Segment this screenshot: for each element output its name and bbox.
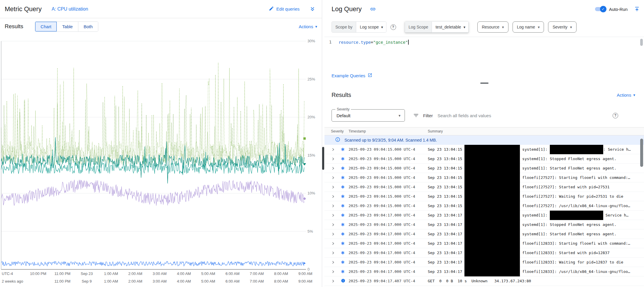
log-name-filter-dropdown[interactable]: Log name ▾ xyxy=(513,21,544,33)
horizontal-resize-handle[interactable] xyxy=(480,83,489,84)
redacted-block xyxy=(464,248,520,258)
chart-plot-area xyxy=(0,35,306,270)
log-row[interactable]: ✱2025-09-23 09:04:15.000 UTC-4Sep 23 13:… xyxy=(324,145,644,154)
expand-row-icon[interactable] xyxy=(331,194,341,199)
log-scope-dropdown[interactable]: Log scope ▾ xyxy=(356,22,386,32)
severity-select-value: Default xyxy=(337,113,351,118)
log-row[interactable]: ✱2025-09-23 09:04:17.000 UTC-4Sep 23 13:… xyxy=(324,211,644,220)
expand-row-icon[interactable] xyxy=(331,279,341,283)
expand-row-icon[interactable] xyxy=(331,223,341,227)
log-timestamp: 2025-09-23 09:04:15.000 UTC-4 xyxy=(349,157,428,161)
log-summary: Sep 23 13:04:15 systemd[1]: : Service h… xyxy=(428,145,644,154)
redacted-block xyxy=(464,182,520,192)
redacted-block xyxy=(464,145,520,154)
auto-run-toggle[interactable]: ✓ xyxy=(595,7,606,11)
resize-handle[interactable] xyxy=(322,147,324,170)
scope-help-icon[interactable]: ? xyxy=(391,24,396,30)
scope-by-label: Scope by xyxy=(332,22,356,32)
log-summary: Sep 23 13:04:17 systemd[1]: Stopped Floo… xyxy=(428,220,644,229)
log-summary: Sep 23 13:04:15 flooefi[27527]: Waiting … xyxy=(428,192,644,201)
expand-row-icon[interactable] xyxy=(331,260,341,264)
collapse-panel-icon[interactable] xyxy=(634,6,640,12)
log-actions-dropdown[interactable]: Actions ▾ xyxy=(617,93,635,98)
log-scope-value-dropdown[interactable]: test_deletable ▾ xyxy=(432,22,468,32)
external-link-icon xyxy=(368,73,372,78)
log-summary: Sep 23 13:04:17 systemd[1]: Service h… xyxy=(428,211,644,220)
results-help-icon[interactable]: ? xyxy=(613,113,618,118)
log-row[interactable]: ✱2025-09-23 09:04:15.000 UTC-4Sep 23 13:… xyxy=(324,201,644,211)
default-severity-icon: ✱ xyxy=(341,213,349,217)
log-row[interactable]: ✱2025-09-23 09:04:15.000 UTC-4Sep 23 13:… xyxy=(324,182,644,192)
log-results-heading: Results xyxy=(332,92,351,98)
log-row[interactable]: ✱2025-09-23 09:04:17.000 UTC-4Sep 23 13:… xyxy=(324,258,644,267)
chevron-down-icon: ▾ xyxy=(502,25,504,29)
severity-select[interactable]: Severity Default ▾ xyxy=(332,109,405,122)
log-summary: Sep 23 13:04:17 flooefi[12833]: Starting… xyxy=(428,239,644,248)
severity-select-label: Severity xyxy=(335,107,351,111)
expand-queries-icon[interactable] xyxy=(310,6,315,12)
log-summary: Sep 23 13:04:17 flooefi[12833]: Started … xyxy=(428,248,644,258)
metric-results-bar: Results Chart Table Both Actions ▾ xyxy=(0,18,322,35)
panel-resize-divider[interactable] xyxy=(322,0,324,287)
expand-row-icon[interactable] xyxy=(331,213,341,217)
default-severity-icon: ✱ xyxy=(341,269,349,274)
log-row[interactable]: ✱2025-09-23 09:04:15.000 UTC-4Sep 23 13:… xyxy=(324,173,644,182)
log-timestamp: 2025-09-23 09:04:15.000 UTC-4 xyxy=(349,166,428,170)
chevron-down-icon: ▾ xyxy=(464,25,466,29)
expand-row-icon[interactable] xyxy=(331,176,341,180)
log-search-input[interactable] xyxy=(437,113,602,118)
log-query-header: Log Query ✓ Auto-Run xyxy=(324,0,644,18)
log-row[interactable]: ✱2025-09-23 09:04:17.000 UTC-4Sep 23 13:… xyxy=(324,267,644,276)
log-timestamp: 2025-09-23 09:04:17.000 UTC-4 xyxy=(349,260,428,264)
redacted-block xyxy=(464,164,520,173)
log-summary: Sep 23 13:04:15 flooefi[27527]: Starting… xyxy=(428,173,644,182)
log-timestamp: 2025-09-23 09:04:17.000 UTC-4 xyxy=(349,251,428,255)
tab-table[interactable]: Table xyxy=(57,22,78,31)
log-query-panel: Log Query ✓ Auto-Run Scope by Log scope … xyxy=(324,0,644,287)
tab-chart[interactable]: Chart xyxy=(35,22,57,31)
expand-row-icon[interactable] xyxy=(331,147,341,152)
log-row[interactable]: ✱2025-09-23 09:04:17.000 UTC-4Sep 23 13:… xyxy=(324,220,644,229)
expand-row-icon[interactable] xyxy=(331,251,341,255)
log-row[interactable]: ✱2025-09-23 09:04:15.000 UTC-4Sep 23 13:… xyxy=(324,164,644,173)
log-scope-label: Log Scope xyxy=(405,22,432,32)
expand-row-icon[interactable] xyxy=(331,241,341,246)
log-results-bar: Results Actions ▾ xyxy=(324,90,644,100)
log-query-editor[interactable]: 1 resource.type="gce_instance" xyxy=(324,37,644,65)
edit-queries-button[interactable]: Edit queries xyxy=(269,6,300,12)
log-row[interactable]: ✱2025-09-23 09:04:17.000 UTC-4Sep 23 13:… xyxy=(324,229,644,239)
log-query-title: Log Query xyxy=(332,5,362,13)
results-scrollbar[interactable] xyxy=(640,139,643,167)
expand-row-icon[interactable] xyxy=(331,270,341,274)
metric-actions-dropdown[interactable]: Actions ▾ xyxy=(299,24,317,29)
filter-label: Filter xyxy=(423,113,433,118)
log-row[interactable]: ✱2025-09-23 09:04:15.000 UTC-4Sep 23 13:… xyxy=(324,192,644,201)
editor-scrollbar[interactable] xyxy=(640,39,643,46)
metric-query-header: Metric Query A: CPU utilization Edit que… xyxy=(0,0,322,18)
log-row[interactable]: ✱2025-09-23 09:04:17.000 UTC-4Sep 23 13:… xyxy=(324,239,644,248)
severity-filter-dropdown[interactable]: Severity ▾ xyxy=(548,21,576,33)
default-severity-icon: ✱ xyxy=(341,147,349,152)
cpu-utilization-chart[interactable]: 30%25%20%15%10%5%0 UTC-410:00 PM11:00 PM… xyxy=(0,35,322,287)
info-icon xyxy=(335,137,340,143)
expand-row-icon[interactable] xyxy=(331,157,341,161)
log-timestamp: 2025-09-23 09:04:17.000 UTC-4 xyxy=(349,232,428,236)
expand-row-icon[interactable] xyxy=(331,232,341,236)
example-queries-link[interactable]: Example Queries xyxy=(332,73,372,78)
log-row[interactable]: ✱2025-09-23 09:04:17.000 UTC-4Sep 23 13:… xyxy=(324,248,644,258)
query-a-link[interactable]: A: CPU utilization xyxy=(52,6,88,12)
info-severity-icon xyxy=(341,278,349,283)
log-row[interactable]: ✱2025-09-23 09:04:15.000 UTC-4Sep 23 13:… xyxy=(324,154,644,164)
toggle-check-icon: ✓ xyxy=(600,6,606,12)
link-icon[interactable] xyxy=(370,6,376,12)
log-row[interactable]: 2025-09-23 09:04:17.407 UTC-4GET 0 0 B 1… xyxy=(324,276,644,286)
log-summary: Sep 23 13:04:17 systemd[1]: Started Floo… xyxy=(428,229,644,239)
resource-filter-dropdown[interactable]: Resource ▾ xyxy=(477,21,508,33)
expand-row-icon[interactable] xyxy=(331,204,341,208)
default-severity-icon: ✱ xyxy=(341,175,349,180)
cloud-console-split-view: Metric Query A: CPU utilization Edit que… xyxy=(0,0,644,287)
expand-row-icon[interactable] xyxy=(331,185,341,189)
tab-both[interactable]: Both xyxy=(78,22,98,31)
metric-query-title: Metric Query xyxy=(5,5,42,13)
expand-row-icon[interactable] xyxy=(331,166,341,170)
